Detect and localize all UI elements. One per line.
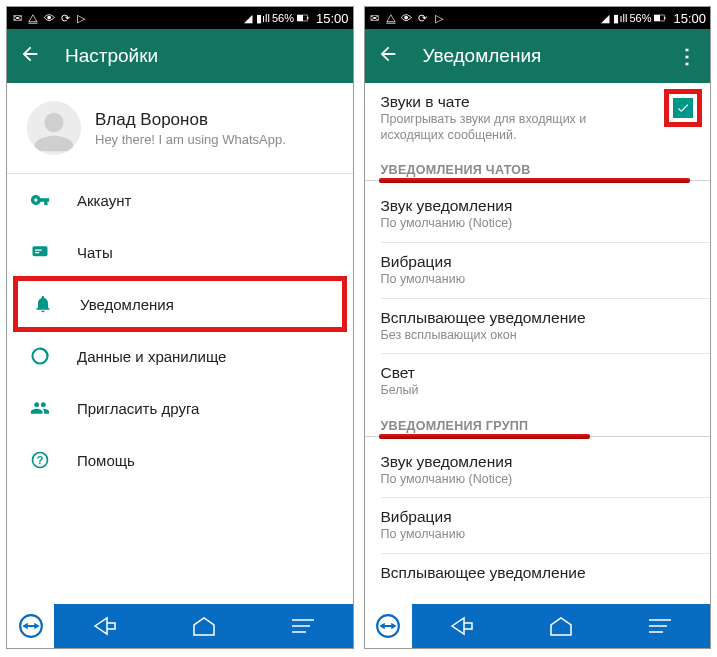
pref-notification-sound[interactable]: Звук уведомления По умолчанию (Notice) (365, 187, 711, 242)
svg-rect-15 (665, 17, 666, 19)
play-icon: ▷ (433, 12, 445, 24)
red-underline (379, 178, 691, 183)
page-title: Уведомления (423, 45, 542, 67)
nav-back[interactable] (413, 604, 512, 648)
data-icon (29, 345, 51, 367)
battery-text: 56% (629, 12, 651, 24)
nav-bar (7, 604, 353, 648)
wifi-icon: ◢ (242, 12, 254, 24)
settings-label: Пригласить друга (77, 400, 199, 417)
nav-home[interactable] (154, 604, 253, 648)
mail-icon: ✉ (369, 12, 381, 24)
pref-popup[interactable]: Всплывающее уведомление Без всплывающих … (365, 299, 711, 354)
invite-icon (29, 397, 51, 419)
section-chat-notifications: УВЕДОМЛЕНИЯ ЧАТОВ (365, 153, 711, 181)
settings-item-invite[interactable]: Пригласить друга (7, 382, 353, 434)
settings-label: Уведомления (80, 296, 174, 313)
mail-icon: ✉ (11, 12, 23, 24)
pref-chat-sounds[interactable]: Звуки в чате Проигрывать звуки для входя… (365, 83, 711, 153)
nav-back[interactable] (55, 604, 154, 648)
dropbox-icon: ⧋ (27, 12, 39, 24)
settings-list: Аккаунт Чаты Уведомления Данные и хранил… (7, 174, 353, 486)
settings-item-help[interactable]: ? Помощь (7, 434, 353, 486)
clock: 15:00 (316, 11, 349, 26)
sync-icon: ⟳ (59, 12, 71, 24)
highlight-checkbox (664, 89, 702, 127)
svg-rect-3 (33, 246, 48, 256)
svg-rect-4 (35, 250, 42, 251)
back-icon[interactable] (377, 43, 399, 69)
back-icon[interactable] (19, 43, 41, 69)
svg-rect-1 (297, 15, 303, 21)
pref-group-sound[interactable]: Звук уведомления По умолчанию (Notice) (365, 443, 711, 498)
pref-vibration[interactable]: Вибрация По умолчанию (365, 243, 711, 298)
section-group-notifications: УВЕДОМЛЕНИЯ ГРУПП (365, 409, 711, 437)
help-icon: ? (29, 449, 51, 471)
battery-icon (297, 12, 309, 24)
battery-icon (654, 12, 666, 24)
phone-left: ✉ ⧋ 👁 ⟳ ▷ ◢ ▮ıll 56% 15:00 Настройки (6, 6, 354, 649)
nav-home[interactable] (512, 604, 611, 648)
checkbox-checked[interactable] (673, 98, 693, 118)
teamviewer-icon[interactable] (7, 604, 55, 648)
nav-recent[interactable] (611, 604, 710, 648)
profile-row[interactable]: Влад Воронов Hey there! I am using Whats… (7, 83, 353, 173)
svg-text:?: ? (37, 454, 44, 466)
nav-bar (365, 604, 711, 648)
settings-label: Чаты (77, 244, 113, 261)
settings-item-data[interactable]: Данные и хранилище (7, 330, 353, 382)
nav-recent[interactable] (253, 604, 352, 648)
settings-item-account[interactable]: Аккаунт (7, 174, 353, 226)
teamviewer-icon[interactable] (365, 604, 413, 648)
svg-rect-14 (654, 15, 660, 21)
wifi-icon: ◢ (599, 12, 611, 24)
notifications-content: Звуки в чате Проигрывать звуки для входя… (365, 83, 711, 604)
signal-icon: ▮ıll (257, 12, 269, 24)
bell-icon (32, 293, 54, 315)
settings-item-notifications[interactable]: Уведомления (13, 276, 347, 332)
settings-content: Влад Воронов Hey there! I am using Whats… (7, 83, 353, 604)
pref-light[interactable]: Свет Белый (365, 354, 711, 409)
settings-label: Помощь (77, 452, 135, 469)
overflow-icon[interactable]: ⋮ (677, 44, 698, 68)
battery-text: 56% (272, 12, 294, 24)
red-underline (379, 434, 591, 439)
pref-title: Звуки в чате (381, 93, 695, 111)
signal-icon: ▮ıll (614, 12, 626, 24)
svg-rect-2 (307, 17, 308, 19)
pref-sub: Проигрывать звуки для входящих и исходящ… (381, 112, 695, 143)
settings-item-chats[interactable]: Чаты (7, 226, 353, 278)
play-icon: ▷ (75, 12, 87, 24)
dropbox-icon: ⧋ (385, 12, 397, 24)
pref-group-popup[interactable]: Всплывающее уведомление (365, 554, 711, 584)
eye-icon: 👁 (401, 12, 413, 24)
page-title: Настройки (65, 45, 158, 67)
status-bar: ✉ ⧋ 👁 ⟳ ▷ ◢ ▮ıll 56% 15:00 (7, 7, 353, 29)
profile-name: Влад Воронов (95, 110, 337, 130)
svg-rect-5 (35, 252, 39, 253)
app-bar: Настройки (7, 29, 353, 83)
settings-label: Аккаунт (77, 192, 131, 209)
status-bar: ✉ ⧋ 👁 ⟳ ▷ ◢ ▮ıll 56% 15:00 (365, 7, 711, 29)
chat-icon (29, 241, 51, 263)
sync-icon: ⟳ (417, 12, 429, 24)
profile-status: Hey there! I am using WhatsApp. (95, 132, 337, 147)
pref-group-vibration[interactable]: Вибрация По умолчанию (365, 498, 711, 553)
clock: 15:00 (673, 11, 706, 26)
settings-label: Данные и хранилище (77, 348, 226, 365)
key-icon (29, 189, 51, 211)
avatar (27, 101, 81, 155)
phone-right: ✉ ⧋ 👁 ⟳ ▷ ◢ ▮ıll 56% 15:00 Уведомления ⋮… (364, 6, 712, 649)
app-bar: Уведомления ⋮ (365, 29, 711, 83)
eye-icon: 👁 (43, 12, 55, 24)
